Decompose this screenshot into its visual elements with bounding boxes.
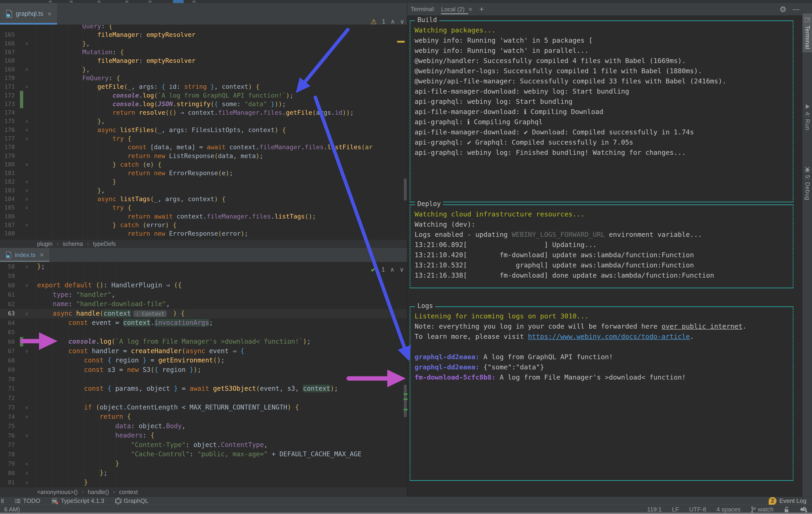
tool-button-todo[interactable]: TODO: [14, 497, 40, 505]
line-number[interactable]: 68: [0, 357, 15, 364]
code-line[interactable]: 185∨ try {: [0, 203, 407, 212]
code-line[interactable]: 77 "Content-Type": object.ContentType,: [0, 440, 407, 450]
tool-button-run[interactable]: 4: Run: [803, 100, 812, 134]
line-number[interactable]: 167: [0, 49, 15, 55]
close-icon[interactable]: ×: [468, 6, 472, 13]
line-number[interactable]: 182: [0, 178, 15, 185]
code-line[interactable]: 173 console.log(JSON.stringify({ some: "…: [0, 100, 407, 108]
fold-icon[interactable]: ∧: [25, 40, 29, 46]
code-line[interactable]: 171∨ getFile(_, args: { id: string }, co…: [0, 82, 407, 91]
line-number[interactable]: 65: [0, 329, 15, 336]
code-line[interactable]: 66 console.log(`A log from File Manager'…: [0, 337, 407, 346]
inspections-widget-bottom[interactable]: ✔ 1 ∧ ∨: [371, 266, 404, 274]
line-number[interactable]: 169: [0, 66, 15, 73]
line-number[interactable]: 80: [0, 470, 15, 477]
line-number[interactable]: 180: [0, 161, 15, 168]
fold-icon[interactable]: ∨: [25, 348, 29, 354]
fold-icon[interactable]: ∨: [25, 84, 29, 89]
fold-icon[interactable]: ∧: [25, 470, 29, 476]
code-line[interactable]: 182∧ }: [0, 177, 407, 186]
line-number[interactable]: 81: [0, 479, 15, 486]
fold-icon[interactable]: ∧: [25, 66, 29, 72]
chevron-up-icon[interactable]: ∧: [390, 266, 395, 273]
code-line[interactable]: 74∨ return {: [0, 412, 407, 422]
code-line[interactable]: 60∨export default (): HandlerPlugin ⇒ ({: [0, 281, 407, 290]
code-line[interactable]: 65: [0, 328, 407, 337]
fold-icon[interactable]: ∨: [25, 282, 29, 288]
fold-icon[interactable]: ∨: [25, 127, 29, 132]
line-separator[interactable]: LF: [672, 506, 679, 513]
code-line[interactable]: 170 FmQuery: {: [0, 74, 407, 82]
fold-icon[interactable]: ∧: [25, 264, 29, 269]
line-number[interactable]: 179: [0, 152, 15, 159]
line-number[interactable]: 74: [0, 414, 15, 420]
line-number[interactable]: 186: [0, 213, 15, 220]
fold-icon[interactable]: ∧: [25, 187, 29, 193]
line-number[interactable]: 187: [0, 221, 15, 228]
code-line[interactable]: 172 console.log(`A log from GraphQL API …: [0, 91, 407, 99]
tool-button-terminal[interactable]: Terminal: [803, 13, 812, 52]
caret-position[interactable]: 119:1: [647, 506, 662, 513]
code-line[interactable]: 166∧ },: [0, 39, 407, 48]
code-line[interactable]: 70: [0, 374, 407, 384]
line-number[interactable]: 166: [0, 40, 15, 47]
code-line[interactable]: 175∧ },: [0, 117, 407, 125]
line-number[interactable]: 78: [0, 451, 15, 458]
code-line[interactable]: 67∨ const handler = createHandler(async …: [0, 346, 407, 356]
feature-hints-icon[interactable]: ?: [800, 506, 808, 513]
line-number[interactable]: 69: [0, 366, 15, 373]
code-line[interactable]: 59: [0, 271, 407, 281]
line-number[interactable]: 165: [0, 31, 15, 38]
tab-graphql-ts[interactable]: TS graphql.ts ×: [0, 3, 57, 25]
code-line[interactable]: 62 name: "handler-download-file",: [0, 299, 407, 309]
fold-icon[interactable]: ∨: [25, 311, 29, 316]
code-line[interactable]: 177∨ try {: [0, 134, 407, 143]
breadcrumb-item[interactable]: schema: [63, 241, 83, 247]
line-number[interactable]: 73: [0, 404, 15, 411]
code-line[interactable]: 69 const s3 = new S3({ region });: [0, 365, 407, 375]
indent-setting[interactable]: 4 spaces: [717, 506, 741, 513]
fold-icon[interactable]: ∨: [25, 196, 29, 202]
code-line[interactable]: 184∨ async listTags(_, args, context) {: [0, 195, 407, 203]
tool-button-debug[interactable]: 5: Debug: [803, 163, 812, 204]
code-line[interactable]: 176∨ async listFiles(_, args: FilesListO…: [0, 126, 407, 134]
code-line[interactable]: 168 fileManager: emptyResolver: [0, 56, 407, 65]
line-number[interactable]: 183: [0, 187, 15, 194]
chevron-down-icon[interactable]: ∨: [400, 18, 404, 25]
code-line[interactable]: 80∧ };: [0, 468, 407, 478]
fold-icon[interactable]: ∨: [25, 414, 29, 419]
line-number[interactable]: 62: [0, 301, 15, 307]
fold-icon[interactable]: ∨: [25, 433, 29, 438]
line-number[interactable]: 188: [0, 230, 15, 237]
line-number[interactable]: 79: [0, 460, 15, 467]
code-line[interactable]: 178 const [data, meta] = await context.f…: [0, 143, 407, 151]
event-log-button[interactable]: 2 Event Log: [768, 497, 806, 505]
code-line[interactable]: 58∧};: [0, 262, 407, 271]
line-number[interactable]: 185: [0, 204, 15, 211]
scrollbar-thumb-bottom[interactable]: [404, 385, 407, 417]
fold-icon[interactable]: ∨: [25, 404, 29, 410]
code-line[interactable]: 81∧ }: [0, 478, 407, 487]
line-number[interactable]: 181: [0, 170, 15, 176]
line-number[interactable]: 173: [0, 100, 15, 107]
code-line[interactable]: 180∧ } catch (e) {: [0, 160, 407, 169]
code-line[interactable]: 64 const event = context.invocationArgs;: [0, 318, 407, 328]
line-number[interactable]: 172: [0, 92, 15, 99]
fold-icon[interactable]: ∨: [25, 205, 29, 210]
breadcrumb-item[interactable]: <anonymous>(): [37, 489, 78, 495]
code-line[interactable]: 165 fileManager: emptyResolver: [0, 30, 407, 39]
tool-button-typescript[interactable]: TS TypeScript 4.1.3: [51, 497, 104, 505]
fold-icon[interactable]: ∧: [25, 222, 29, 228]
line-number[interactable]: 176: [0, 126, 15, 133]
code-line[interactable]: 63∨ async handle(context: Context ) {: [0, 309, 407, 319]
line-number[interactable]: 77: [0, 442, 15, 448]
minimize-icon[interactable]: —: [792, 5, 800, 13]
line-number[interactable]: 177: [0, 135, 15, 142]
close-icon[interactable]: ×: [40, 251, 44, 259]
code-line[interactable]: 68 const { region } = getEnvironment();: [0, 356, 407, 365]
code-line[interactable]: 167 Mutation: {: [0, 48, 407, 56]
line-number[interactable]: 61: [0, 291, 15, 298]
line-number[interactable]: 60: [0, 282, 15, 289]
code-line[interactable]: 169∧ },: [0, 65, 407, 73]
code-line[interactable]: 181 return new ErrorResponse(e);: [0, 169, 407, 177]
